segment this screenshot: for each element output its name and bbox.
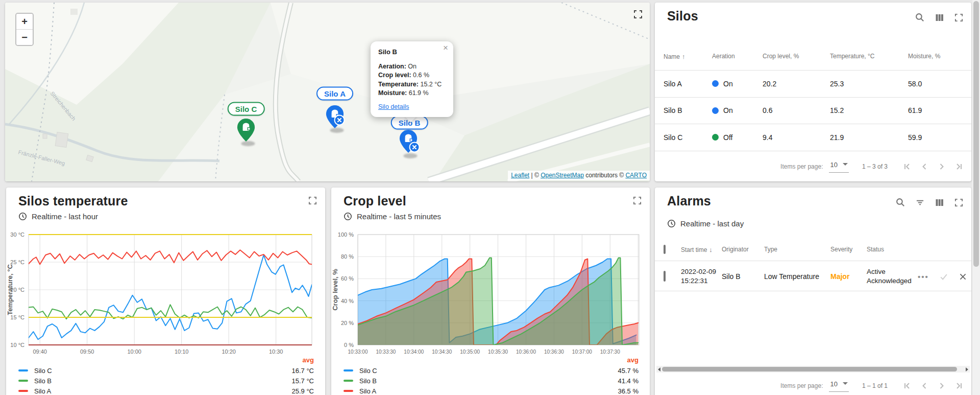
column-header-moisture[interactable]: Moisture, % bbox=[908, 53, 971, 60]
fullscreen-icon[interactable] bbox=[954, 198, 963, 207]
aeration-status-dot bbox=[712, 134, 719, 141]
svg-text:60 %: 60 % bbox=[341, 275, 354, 282]
page-size-select[interactable]: 10 bbox=[829, 380, 848, 392]
page-size-select[interactable]: 10 bbox=[829, 161, 848, 173]
pagination: Items per page: 10 1 – 3 of 3 bbox=[655, 156, 971, 177]
widget-title: Crop level bbox=[344, 194, 406, 208]
select-all-checkbox[interactable] bbox=[664, 245, 666, 254]
last-page-button[interactable] bbox=[954, 381, 964, 391]
next-page-button[interactable] bbox=[937, 161, 947, 172]
svg-text:30 °C: 30 °C bbox=[10, 231, 24, 238]
alarm-originator: Silo B bbox=[722, 272, 764, 281]
svg-text:10:10: 10:10 bbox=[175, 348, 189, 355]
osm-link[interactable]: OpenStreetMap bbox=[541, 172, 584, 179]
legend-item-silo-b[interactable]: Silo B41.4 % bbox=[342, 376, 639, 386]
scrollbar-thumb[interactable] bbox=[662, 367, 957, 371]
timewindow[interactable]: Realtime - last day bbox=[667, 219, 744, 228]
dashboard: Streichenbach Fränzle-Faller-Weg + − Sil… bbox=[0, 0, 980, 395]
silo-details-link[interactable]: Silo details bbox=[378, 103, 409, 110]
widget-title: Silos bbox=[667, 9, 698, 24]
legend-item-silo-a[interactable]: Silo A25.9 °C bbox=[17, 386, 314, 395]
chart-legend: avg Silo C45.7 % Silo B41.4 % Silo A36.5… bbox=[342, 356, 639, 395]
column-header-crop[interactable]: Crop level, % bbox=[763, 53, 830, 60]
fan-icon bbox=[412, 145, 418, 150]
map-label-silo-a[interactable]: Silo A bbox=[316, 87, 353, 101]
search-icon[interactable] bbox=[896, 198, 905, 207]
close-icon[interactable]: × bbox=[443, 43, 448, 52]
prev-page-button[interactable] bbox=[919, 161, 929, 172]
aeration-fan-badge bbox=[334, 115, 345, 126]
prev-page-button[interactable] bbox=[919, 381, 929, 391]
scrollbar-thumb[interactable] bbox=[973, 1, 979, 267]
items-per-page-label: Items per page: bbox=[780, 163, 823, 170]
svg-text:10:35:00: 10:35:00 bbox=[460, 349, 480, 355]
popup-title: Silo B bbox=[378, 48, 446, 56]
column-header-originator[interactable]: Originator bbox=[722, 246, 764, 253]
fullscreen-icon[interactable] bbox=[954, 13, 963, 22]
svg-text:20 %: 20 % bbox=[341, 320, 354, 326]
carto-link[interactable]: CARTO bbox=[625, 172, 647, 179]
fullscreen-icon bbox=[633, 9, 643, 19]
fullscreen-icon[interactable] bbox=[632, 196, 642, 205]
zoom-out-button[interactable]: − bbox=[16, 30, 33, 45]
acknowledge-icon[interactable] bbox=[939, 272, 948, 281]
clock-icon bbox=[344, 212, 352, 221]
sort-desc-icon: ↓ bbox=[709, 246, 713, 253]
sort-asc-icon: ↑ bbox=[682, 53, 685, 60]
popup-row: Crop level: 0.6 % bbox=[378, 71, 446, 80]
aeration-fan-badge bbox=[409, 142, 420, 153]
column-header-aeration[interactable]: Aeration bbox=[712, 53, 763, 60]
crop-level-widget: Crop level Realtime - last 5 minutes 0 %… bbox=[331, 188, 650, 395]
timewindow[interactable]: Realtime - last 5 minutes bbox=[344, 212, 441, 221]
clear-alarm-icon[interactable] bbox=[959, 272, 968, 281]
series-swatch bbox=[344, 390, 353, 392]
column-header-temperature[interactable]: Temperature, °C bbox=[830, 53, 908, 60]
last-page-button[interactable] bbox=[954, 161, 964, 172]
svg-text:40 %: 40 % bbox=[341, 298, 354, 304]
first-page-button[interactable] bbox=[902, 161, 912, 172]
horizontal-scrollbar[interactable] bbox=[656, 366, 970, 373]
chevron-down-icon bbox=[843, 163, 848, 166]
table-row-silo-b[interactable]: Silo B On 0.6 15.2 61.9 bbox=[655, 97, 971, 124]
leaflet-link[interactable]: Leaflet bbox=[511, 172, 529, 179]
legend-header-avg: avg bbox=[17, 356, 314, 365]
alarm-row[interactable]: 2022-02-0915:22:31 Silo B Low Temperatur… bbox=[655, 262, 971, 291]
column-header-severity[interactable]: Severity bbox=[830, 246, 867, 253]
zoom-in-button[interactable]: + bbox=[16, 14, 33, 29]
svg-text:09:50: 09:50 bbox=[80, 348, 94, 355]
map-building bbox=[43, 134, 47, 138]
map-label-silo-c[interactable]: Silo C bbox=[228, 102, 265, 116]
legend-item-silo-c[interactable]: Silo C16.7 °C bbox=[17, 365, 314, 376]
first-page-button[interactable] bbox=[902, 381, 912, 391]
alarms-widget: Alarms Realtime - last day Start time↓ O… bbox=[655, 188, 971, 395]
legend-item-silo-b[interactable]: Silo B15.7 °C bbox=[17, 376, 314, 386]
row-checkbox[interactable] bbox=[664, 271, 666, 282]
timewindow[interactable]: Realtime - last hour bbox=[18, 212, 98, 221]
more-actions-icon[interactable]: ••• bbox=[918, 272, 929, 281]
svg-text:10 °C: 10 °C bbox=[10, 342, 24, 348]
map-marker-silo-c[interactable] bbox=[237, 118, 256, 142]
column-header-name[interactable]: Name↑ bbox=[664, 53, 712, 60]
columns-icon[interactable] bbox=[935, 13, 944, 22]
columns-icon[interactable] bbox=[935, 198, 944, 207]
table-row-silo-a[interactable]: Silo A On 20.2 25.3 58.0 bbox=[655, 70, 971, 98]
scroll-left-icon[interactable] bbox=[658, 367, 660, 371]
legend-item-silo-a[interactable]: Silo A36.5 % bbox=[342, 386, 639, 395]
svg-text:10:33:00: 10:33:00 bbox=[348, 349, 368, 355]
column-header-type[interactable]: Type bbox=[764, 246, 830, 253]
scroll-right-icon[interactable] bbox=[966, 367, 968, 371]
search-icon[interactable] bbox=[915, 13, 924, 22]
popup-row: Temperature: 15.2 °C bbox=[378, 80, 446, 89]
next-page-button[interactable] bbox=[937, 381, 947, 391]
map-fullscreen-button[interactable] bbox=[633, 10, 643, 19]
column-header-status[interactable]: Status bbox=[867, 246, 918, 253]
page-scrollbar[interactable] bbox=[972, 0, 980, 395]
column-header-start-time[interactable]: Start time↓ bbox=[681, 246, 722, 253]
legend-item-silo-c[interactable]: Silo C45.7 % bbox=[342, 365, 639, 376]
svg-text:10:34:30: 10:34:30 bbox=[432, 349, 452, 355]
chevron-down-icon bbox=[843, 382, 848, 385]
filter-icon[interactable] bbox=[915, 198, 924, 207]
temperature-line-chart: 10 °C15 °C20 °C25 °C30 °C09:4009:5010:00… bbox=[6, 226, 325, 356]
fullscreen-icon[interactable] bbox=[308, 196, 317, 205]
table-row-silo-c[interactable]: Silo C Off 9.4 21.9 59.9 bbox=[655, 124, 971, 151]
